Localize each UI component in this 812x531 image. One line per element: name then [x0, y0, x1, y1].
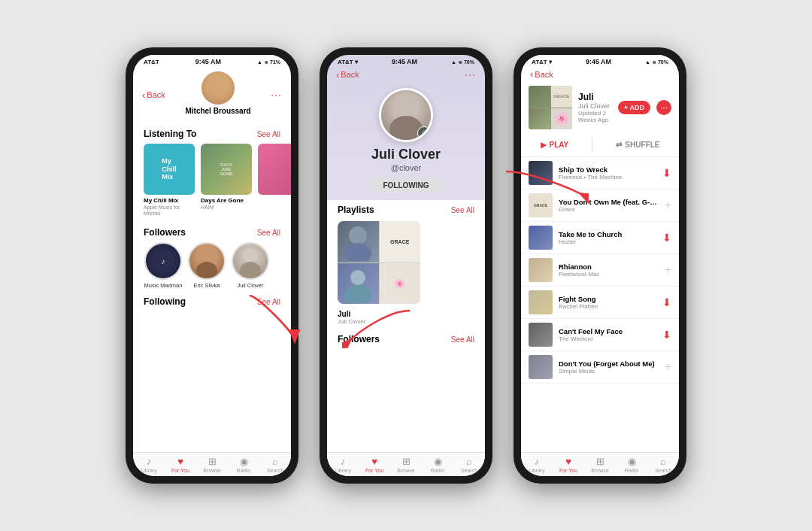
- card-name-1: My Chill Mix: [144, 197, 195, 205]
- song-action-3[interactable]: +: [665, 263, 671, 277]
- for-you-icon-2: ♥: [371, 457, 377, 466]
- status-bar-1: AT&T 9:45 AM ▲ ⌾ 71%: [133, 55, 291, 67]
- profile-avatar-2[interactable]: 🔒: [379, 88, 433, 142]
- tab-browse-label-2: Browse: [397, 468, 414, 473]
- battery-2: 70%: [464, 59, 474, 65]
- wifi-icon-2: ▲: [451, 59, 456, 65]
- tab-radio-1[interactable]: ◉ Radio: [228, 453, 259, 476]
- song-item-0[interactable]: Ship To Wreck Florence • The Machine ⬇: [521, 157, 679, 190]
- shuffle-icon-3: ⇄: [616, 141, 622, 149]
- tab-browse-2[interactable]: ⊞ Browse: [390, 453, 422, 476]
- phone-1: AT&T 9:45 AM ▲ ⌾ 71% ‹ Back: [126, 47, 298, 484]
- carrier-1: AT&T: [144, 59, 159, 65]
- more-button-1[interactable]: ···: [271, 89, 282, 101]
- tab-browse-1[interactable]: ⊞ Browse: [196, 453, 228, 476]
- song-action-5[interactable]: ⬇: [662, 329, 671, 341]
- followers-title-1: Followers: [144, 227, 186, 238]
- carrier-2: AT&T ▾: [338, 59, 358, 65]
- playlist-by-2: Juli Clover: [338, 318, 474, 325]
- tab-search-1[interactable]: ⌕ Search: [259, 453, 291, 476]
- back-label-3[interactable]: Back: [535, 70, 553, 79]
- song-thumb-5: [529, 323, 553, 347]
- card-3[interactable]: [258, 144, 291, 217]
- follower-name-2: Juli Clover: [237, 282, 263, 289]
- song-item-3[interactable]: Rhiannon Fleetwood Mac +: [521, 254, 679, 287]
- nav-title-1: Mitchel Broussard: [165, 68, 271, 121]
- following-header: Following See All: [133, 293, 291, 310]
- library-icon-1: ♪: [147, 457, 152, 466]
- profile-avatar-1[interactable]: [201, 71, 235, 105]
- wifi-icon-3: ▲: [645, 59, 650, 65]
- card-days-are-gone[interactable]: DAYSAREGONE Days Are Gone HAIM: [201, 144, 252, 217]
- playlist-card-juli[interactable]: GRACE 🌸: [338, 221, 420, 304]
- tab-library-1[interactable]: ♪ Library: [133, 453, 165, 476]
- more-button-2[interactable]: ···: [465, 68, 476, 80]
- nav-bar-2: ‹ Back ···: [327, 67, 485, 83]
- tab-for-you-2[interactable]: ♥ For You: [359, 453, 390, 476]
- following-button-2[interactable]: FOLLOWING: [369, 178, 442, 193]
- playlists-see-all-2[interactable]: See All: [451, 206, 474, 214]
- phone-2-wrapper: AT&T ▾ 9:45 AM ▲ ⌾ 70% ‹ Back ···: [320, 47, 492, 484]
- tab-search-2[interactable]: ⌕ Search: [453, 453, 485, 476]
- song-name-0: Ship To Wreck: [559, 165, 656, 174]
- tab-browse-3[interactable]: ⊞ Browse: [584, 453, 616, 476]
- tab-library-3[interactable]: ♪ Library: [521, 453, 553, 476]
- svg-point-9: [344, 285, 371, 303]
- song-action-1[interactable]: +: [665, 199, 671, 212]
- back-button-3[interactable]: ‹ Back: [530, 68, 553, 80]
- song-item-1[interactable]: GRACE You Don't Own Me (feat. G-Eazy) Gr…: [521, 190, 679, 222]
- p3q-2: GRACE: [551, 86, 573, 108]
- song-item-2[interactable]: Take Me to Church Hozier ⬇: [521, 222, 679, 254]
- followers-see-all-2[interactable]: See All: [451, 335, 474, 344]
- more-button-3[interactable]: ···: [656, 100, 671, 115]
- song-action-0[interactable]: ⬇: [662, 167, 671, 179]
- song-action-4[interactable]: ⬇: [662, 296, 671, 308]
- tab-radio-label-3: Radio: [625, 468, 638, 473]
- back-label-1[interactable]: Back: [147, 90, 165, 99]
- tab-radio-3[interactable]: ◉ Radio: [616, 453, 647, 476]
- tab-for-you-3[interactable]: ♥ For You: [553, 453, 584, 476]
- followers-see-all-1[interactable]: See All: [257, 229, 280, 237]
- play-button-3[interactable]: ▶ PLAY: [541, 141, 569, 149]
- listening-to-see-all[interactable]: See All: [257, 130, 280, 138]
- song-item-5[interactable]: Can't Feel My Face The Weeknd ⬇: [521, 319, 679, 351]
- follower-eric-slivka[interactable]: Eric Slivka: [187, 242, 226, 289]
- album-art-3: GRACE 🌸: [529, 86, 572, 129]
- song-artist-2: Hozier: [559, 238, 656, 245]
- tab-search-3[interactable]: ⌕ Search: [647, 453, 679, 476]
- song-item-6[interactable]: Don't You (Forget About Me) Simple Minds…: [521, 351, 679, 384]
- song-info-6: Don't You (Forget About Me) Simple Minds: [559, 360, 659, 375]
- following-see-all[interactable]: See All: [257, 298, 280, 306]
- card-my-chill-mix[interactable]: MyChillMix My Chill Mix Apple Music for …: [144, 144, 195, 217]
- follower-name-1: Eric Slivka: [193, 282, 220, 289]
- song-info-1: You Don't Own Me (feat. G-Eazy) Grace: [559, 198, 659, 213]
- back-label-2[interactable]: Back: [341, 70, 359, 79]
- card-img-1: MyChillMix: [144, 144, 195, 195]
- chevron-icon-1: ‹: [142, 90, 145, 101]
- phone-1-screen: AT&T 9:45 AM ▲ ⌾ 71% ‹ Back: [133, 55, 291, 476]
- shuffle-button-3[interactable]: ⇄ SHUFFLE: [616, 141, 659, 149]
- back-button-2[interactable]: ‹ Back: [336, 69, 359, 80]
- phone-3: AT&T ▾ 9:45 AM ▲ ⌾ 70% ‹ Back GR: [514, 47, 686, 484]
- tab-radio-2[interactable]: ◉ Radio: [422, 453, 453, 476]
- nav-bar-3: ‹ Back: [521, 67, 679, 83]
- song-info-4: Fight Song Rachel Platten: [559, 295, 656, 310]
- battery-3: 70%: [658, 59, 668, 65]
- quad-4: 🌸: [380, 263, 421, 305]
- back-button-1[interactable]: ‹ Back: [142, 90, 165, 101]
- svg-point-6: [349, 226, 367, 244]
- song-artist-6: Simple Minds: [559, 368, 659, 375]
- tab-for-you-1[interactable]: ♥ For You: [165, 453, 196, 476]
- add-button-3[interactable]: + ADD: [618, 101, 650, 114]
- follower-juli-clover[interactable]: Juli Clover: [231, 242, 270, 289]
- playlists-header-2: Playlists See All: [327, 200, 485, 218]
- song-action-6[interactable]: +: [665, 360, 671, 374]
- tab-library-2[interactable]: ♪ Library: [327, 453, 359, 476]
- song-action-2[interactable]: ⬇: [662, 232, 671, 244]
- song-item-4[interactable]: Fight Song Rachel Platten ⬇: [521, 287, 679, 319]
- song-thumb-3: [529, 258, 553, 282]
- playlist-name-2: Juli: [338, 310, 474, 318]
- tab-search-label-1: Search: [267, 468, 283, 473]
- svg-point-1: [196, 262, 217, 278]
- follower-music-madman[interactable]: ♪ Music Madman: [144, 242, 183, 289]
